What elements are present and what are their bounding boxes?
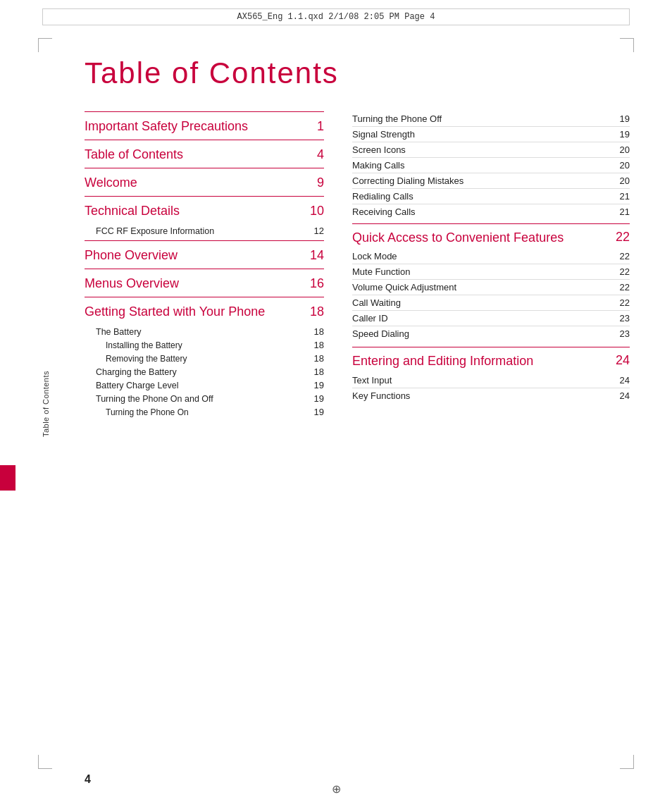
toc-row-getting-started: Getting Started with Your Phone 18 <box>85 303 324 321</box>
right-toc-row-turning-off: Turning the Phone Off 19 <box>352 111 630 127</box>
right-toc-label-correcting-dialing: Correcting Dialing Mistakes <box>352 175 614 186</box>
toc-row-removing-battery: Removing the Battery 18 <box>85 352 324 365</box>
toc-label-turning-phone-on: Turning the Phone On <box>106 407 309 417</box>
crop-mark-tr <box>620 38 634 52</box>
toc-row-turning-phone-on: Turning the Phone On 19 <box>85 405 324 419</box>
right-section-header-quick-access: Quick Access to Convenient Features 22 <box>352 223 630 246</box>
right-toc-label-key-functions: Key Functions <box>352 390 614 401</box>
right-toc-row-lock-mode: Lock Mode 22 <box>352 249 630 264</box>
toc-label-charging-battery: Charging the Battery <box>96 367 309 377</box>
right-toc-row-mute-function: Mute Function 22 <box>352 264 630 280</box>
toc-row-battery-charge-level: Battery Charge Level 19 <box>85 378 324 392</box>
page-number: 4 <box>85 773 91 786</box>
toc-page-battery-charge-level: 19 <box>314 380 324 390</box>
right-section-header-entering-editing: Entering and Editing Information 24 <box>352 347 630 369</box>
right-section-title-quick-access: Quick Access to Convenient Features <box>352 230 610 246</box>
right-toc-label-mute-function: Mute Function <box>352 266 614 277</box>
toc-page-technical-details: 10 <box>310 204 324 218</box>
right-toc-label-turning-off: Turning the Phone Off <box>352 113 614 124</box>
right-toc-label-redialing: Redialing Calls <box>352 191 614 202</box>
toc-page-turning-phone-on: 19 <box>314 407 324 417</box>
toc-page-installing-battery: 18 <box>314 340 324 350</box>
right-toc-row-redialing: Redialing Calls 21 <box>352 189 630 204</box>
toc-row-charging-battery: Charging the Battery 18 <box>85 365 324 378</box>
toc-row-menus-overview: Menus Overview 16 <box>85 275 324 292</box>
right-toc-page-lock-mode: 22 <box>620 251 630 261</box>
toc-label-technical-details: Technical Details <box>85 204 304 218</box>
toc-page-toc: 4 <box>317 147 324 162</box>
right-toc-label-text-input: Text Input <box>352 375 614 386</box>
right-toc-page-call-waiting: 22 <box>620 297 630 308</box>
right-toc-label-caller-id: Caller ID <box>352 313 614 324</box>
toc-page-charging-battery: 18 <box>314 366 324 377</box>
right-section-title-row-entering-editing: Entering and Editing Information 24 <box>352 353 630 369</box>
right-toc-page-making-calls: 20 <box>620 160 630 171</box>
toc-page-removing-battery: 18 <box>314 353 324 364</box>
toc-label-installing-battery: Installing the Battery <box>106 340 309 350</box>
right-toc-row-key-functions: Key Functions 24 <box>352 388 630 403</box>
section-toc: Table of Contents 4 <box>85 140 324 164</box>
toc-page-important-safety: 1 <box>317 119 324 134</box>
section-phone-overview: Phone Overview 14 <box>85 240 324 264</box>
right-toc-label-making-calls: Making Calls <box>352 160 614 171</box>
toc-page-turning-phone-on-off: 19 <box>314 393 324 404</box>
right-toc-page-turning-off: 19 <box>620 113 630 124</box>
toc-row-phone-overview: Phone Overview 14 <box>85 247 324 264</box>
right-toc-row-volume-adjustment: Volume Quick Adjustment 22 <box>352 280 630 295</box>
toc-row-welcome: Welcome 9 <box>85 174 324 192</box>
right-section-continuation: Turning the Phone Off 19 Signal Strength… <box>352 111 630 219</box>
right-toc-page-caller-id: 23 <box>620 313 630 324</box>
right-toc-page-text-input: 24 <box>620 375 630 386</box>
toc-page-fcc: 12 <box>314 226 324 236</box>
right-toc-label-screen-icons: Screen Icons <box>352 144 614 155</box>
red-tab <box>0 465 15 491</box>
toc-row-technical-details: Technical Details 10 <box>85 202 324 220</box>
toc-label-toc: Table of Contents <box>85 147 311 162</box>
right-toc-page-screen-icons: 20 <box>620 144 630 155</box>
toc-label-turning-phone-on-off: Turning the Phone On and Off <box>96 394 309 404</box>
right-toc-row-correcting-dialing: Correcting Dialing Mistakes 20 <box>352 173 630 189</box>
right-toc-label-volume-adjustment: Volume Quick Adjustment <box>352 282 614 292</box>
toc-row-installing-battery: Installing the Battery 18 <box>85 338 324 352</box>
file-info: AX565_Eng 1.1.qxd 2/1/08 2:05 PM Page 4 <box>237 12 435 22</box>
toc-page-welcome: 9 <box>317 175 324 190</box>
section-getting-started: Getting Started with Your Phone 18 The B… <box>85 297 324 419</box>
main-content: Table of Contents Important Safety Preca… <box>85 56 630 765</box>
toc-label-battery: The Battery <box>96 327 309 337</box>
right-section-page-entering-editing: 24 <box>616 353 630 368</box>
right-section-entering-editing: Entering and Editing Information 24 Text… <box>352 347 630 402</box>
right-toc-page-receiving-calls: 21 <box>620 207 630 217</box>
toc-label-important-safety: Important Safety Precautions <box>85 119 311 134</box>
right-section-title-row-quick-access: Quick Access to Convenient Features 22 <box>352 230 630 246</box>
section-welcome: Welcome 9 <box>85 168 324 192</box>
section-important-safety: Important Safety Precautions 1 <box>85 111 324 135</box>
right-toc-page-correcting-dialing: 20 <box>620 175 630 186</box>
right-toc-label-receiving-calls: Receiving Calls <box>352 207 614 217</box>
right-toc-label-call-waiting: Call Waiting <box>352 297 614 308</box>
toc-label-menus-overview: Menus Overview <box>85 276 304 291</box>
toc-label-welcome: Welcome <box>85 175 311 190</box>
right-toc-label-speed-dialing: Speed Dialing <box>352 328 614 339</box>
right-toc-row-making-calls: Making Calls 20 <box>352 158 630 173</box>
toc-row-important-safety: Important Safety Precautions 1 <box>85 118 324 135</box>
toc-label-removing-battery: Removing the Battery <box>106 354 309 364</box>
right-toc-page-signal-strength: 19 <box>620 129 630 140</box>
side-label: Table of Contents <box>42 370 50 436</box>
right-toc-label-signal-strength: Signal Strength <box>352 129 614 140</box>
toc-row-turning-phone-on-off: Turning the Phone On and Off 19 <box>85 392 324 405</box>
toc-row-fcc: FCC RF Exposure Information 12 <box>85 224 324 238</box>
toc-page-menus-overview: 16 <box>310 276 324 291</box>
toc-label-getting-started: Getting Started with Your Phone <box>85 304 304 319</box>
right-section-page-quick-access: 22 <box>616 230 630 245</box>
crop-mark-tl <box>38 38 52 52</box>
right-toc-page-redialing: 21 <box>620 191 630 202</box>
right-toc-page-key-functions: 24 <box>620 390 630 401</box>
toc-page-battery: 18 <box>314 326 324 337</box>
header-bar: AX565_Eng 1.1.qxd 2/1/08 2:05 PM Page 4 <box>42 8 630 25</box>
toc-page-getting-started: 18 <box>310 304 324 319</box>
right-toc-row-caller-id: Caller ID 23 <box>352 311 630 326</box>
right-toc-label-lock-mode: Lock Mode <box>352 251 614 261</box>
right-toc-row-call-waiting: Call Waiting 22 <box>352 295 630 311</box>
right-toc-row-text-input: Text Input 24 <box>352 373 630 388</box>
toc-columns: Important Safety Precautions 1 Table of … <box>85 111 630 421</box>
